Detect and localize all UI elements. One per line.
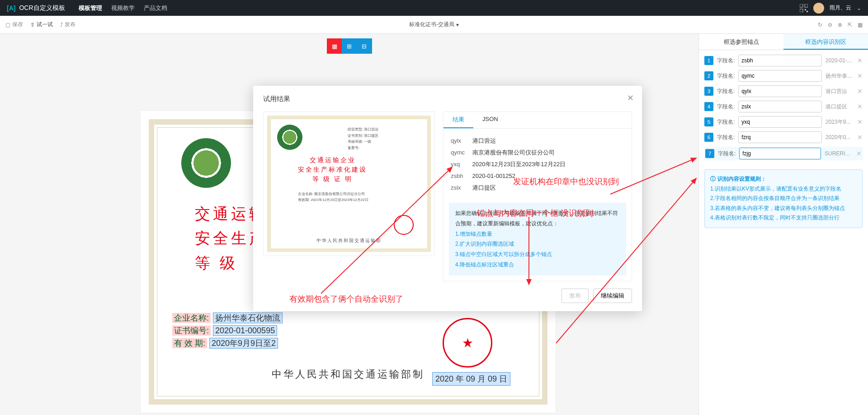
field-value-preview: 2023年9... <box>826 118 854 126</box>
caret-down-icon: ▾ <box>456 22 459 28</box>
field-index: 1 <box>704 56 713 65</box>
document-title[interactable]: 标准化证书-交通局▾ <box>409 21 459 28</box>
mode-col-button[interactable]: ⊟ <box>357 38 372 54</box>
field-row[interactable]: 5字段名:2023年9...✕ <box>704 116 863 128</box>
rule-item: 4.表格识别对表行数不限定，同时不支持只圈选部分行 <box>710 213 857 223</box>
delete-field-icon[interactable]: ✕ <box>857 103 863 110</box>
modal-preview-image: 交通运输企业 安全生产标准化建设 等 级 证 明 经营类型: 港口营运 证书类别… <box>263 112 435 256</box>
delete-field-icon[interactable]: ✕ <box>857 118 863 126</box>
delete-field-icon[interactable]: ✕ <box>857 88 863 95</box>
field-row[interactable]: 3字段名:港口营运✕ <box>704 85 863 97</box>
rule-item: 1.识别结果以KV形式展示，请配置有业务意义的字段名 <box>710 184 857 194</box>
field-index: 6 <box>704 133 713 142</box>
upload-icon: ⇧ <box>30 22 35 28</box>
refresh-icon[interactable]: ↻ <box>818 22 822 28</box>
field-value-preview: SURERING <box>825 150 853 157</box>
username[interactable]: 雨月、云 <box>830 4 851 12</box>
svg-rect-1 <box>805 4 808 7</box>
tab-content[interactable]: 框选内容识别区 <box>783 34 868 50</box>
field-name-input[interactable] <box>738 85 822 97</box>
try-button[interactable]: ⇧试一试 <box>30 21 53 28</box>
delete-field-icon[interactable]: ✕ <box>856 150 862 157</box>
field-name-input[interactable] <box>738 116 822 128</box>
tip-item: 3.锚点中空白区域大可以拆分成多个锚点 <box>455 249 620 260</box>
field-value-preview: 2020-01-... <box>826 57 854 64</box>
field-label: 字段名: <box>717 118 735 126</box>
result-tab-json[interactable]: JSON <box>473 112 507 128</box>
info-icon: ⓘ <box>710 174 716 184</box>
svg-rect-3 <box>805 9 806 10</box>
app-title: OCR自定义模板 <box>19 4 65 12</box>
trial-result-modal: 试用结果 ✕ 交通运输企业 安全生产标准化建设 等 级 证 明 经营类型: 港口… <box>253 86 642 311</box>
tip-item: 1.增加锚点数量 <box>455 229 620 239</box>
certificate-fields: 企业名称: 扬州华泰石化物流 证书编号: 2020-01-000595 有 效 … <box>172 312 283 350</box>
rules-box: ⓘ识别内容设置规则： 1.识别结果以KV形式展示，请配置有业务意义的字段名2.字… <box>704 169 863 228</box>
modal-title: 试用结果 <box>263 95 632 103</box>
field-label: 字段名: <box>718 150 736 158</box>
tab-anchor[interactable]: 框选参照锚点 <box>699 34 783 50</box>
field-name-input[interactable] <box>739 148 821 159</box>
field-index: 5 <box>704 117 713 126</box>
mode-rect-button[interactable]: ▦ <box>327 38 342 54</box>
field-row[interactable]: 7字段名:SURERING✕ <box>704 147 863 160</box>
nav-video-tutorial[interactable]: 视频教学 <box>111 4 135 12</box>
logo-icon: [A] <box>7 5 15 12</box>
result-tab-result[interactable]: 结果 <box>443 112 473 128</box>
issue-date-box: 2020 年 09 月 09 日 <box>432 372 510 386</box>
svg-rect-2 <box>800 9 803 12</box>
delete-field-icon[interactable]: ✕ <box>857 72 863 79</box>
field-label: 字段名: <box>717 72 735 80</box>
field-index: 4 <box>704 102 713 111</box>
field-row[interactable]: 1字段名:2020-01-...✕ <box>704 55 863 66</box>
field-label: 字段名: <box>717 103 735 111</box>
nav-template-mgmt[interactable]: 模板管理 <box>79 4 102 12</box>
field-row[interactable]: 2字段名:扬州华泰...✕ <box>704 70 863 82</box>
field-name-input[interactable] <box>738 70 822 82</box>
result-row: qymc 南京港股份有限公司仪征分公司 <box>451 147 624 159</box>
field-value-preview: 2020年0... <box>826 134 854 141</box>
chevron-down-icon[interactable]: ⌄ <box>857 5 861 11</box>
delete-field-icon[interactable]: ✕ <box>857 57 863 64</box>
field-label: 字段名: <box>717 88 735 95</box>
fit-icon[interactable]: ⇱ <box>848 22 852 28</box>
field-index: 3 <box>704 87 713 96</box>
field-label: 字段名: <box>717 134 735 141</box>
field-name-input[interactable] <box>738 131 822 143</box>
field-label: 字段名: <box>717 57 735 65</box>
nav-product-docs[interactable]: 产品文档 <box>144 4 167 12</box>
red-stamp-icon <box>443 318 492 368</box>
result-row: zslx 港口提区 <box>451 182 624 194</box>
rule-item: 3.若表格的表头内容不变，建议将每列表头分别圈为锚点 <box>710 204 857 214</box>
field-row[interactable]: 6字段名:2020年0...✕ <box>704 131 863 143</box>
field-index: 2 <box>704 71 713 80</box>
save-icon: ▢ <box>5 22 10 28</box>
field-index: 7 <box>705 149 714 158</box>
svg-rect-4 <box>807 11 808 12</box>
publish-button[interactable]: ⤴发布 <box>60 21 75 28</box>
modal-publish-button[interactable]: 发布 <box>561 289 589 303</box>
zoom-out-icon[interactable]: ⊖ <box>828 22 832 28</box>
fields-list: 1字段名:2020-01-...✕2字段名:扬州华泰...✕3字段名:港口营运✕… <box>699 50 868 165</box>
tip-item: 4.降低锚点标注区域重合 <box>455 260 620 270</box>
field-name-input[interactable] <box>738 101 822 112</box>
field-row[interactable]: 4字段名:港口提区✕ <box>704 101 863 112</box>
zoom-in-icon[interactable]: ⊕ <box>838 22 842 28</box>
app-bar: [A] OCR自定义模板 模板管理 视频教学 产品文档 雨月、云 ⌄ <box>0 0 868 16</box>
qr-icon[interactable] <box>800 4 808 12</box>
result-row: zsbh 2020-01-001252 <box>451 170 624 182</box>
tips-box: 如果您确认上传图片与模板图片属于同一类图片，但是识别结果不符合预期，建议重新编辑… <box>449 203 626 275</box>
result-list: qylx 港口营运qymc 南京港股份有限公司仪征分公司yxq 2020年12月… <box>443 129 632 200</box>
delete-field-icon[interactable]: ✕ <box>857 134 863 141</box>
green-seal-icon <box>181 138 231 188</box>
toolbar: ▢保存 ⇧试一试 ⤴发布 标准化证书-交通局▾ ↻ ⊖ ⊕ ⇱ ▦ <box>0 16 868 34</box>
mode-table-button[interactable]: ⊞ <box>342 38 357 54</box>
modal-continue-button[interactable]: 继续编辑 <box>593 289 632 303</box>
avatar[interactable] <box>813 3 824 14</box>
result-row: qylx 港口营运 <box>451 135 624 147</box>
result-row: yxq 2020年12月23日至2023年12月22日 <box>451 159 624 170</box>
grid-icon[interactable]: ▦ <box>858 22 863 28</box>
save-button[interactable]: ▢保存 <box>5 21 23 28</box>
close-icon[interactable]: ✕ <box>627 93 634 103</box>
field-name-input[interactable] <box>738 55 822 66</box>
tip-item: 2.扩大识别内容圈选区域 <box>455 239 620 249</box>
